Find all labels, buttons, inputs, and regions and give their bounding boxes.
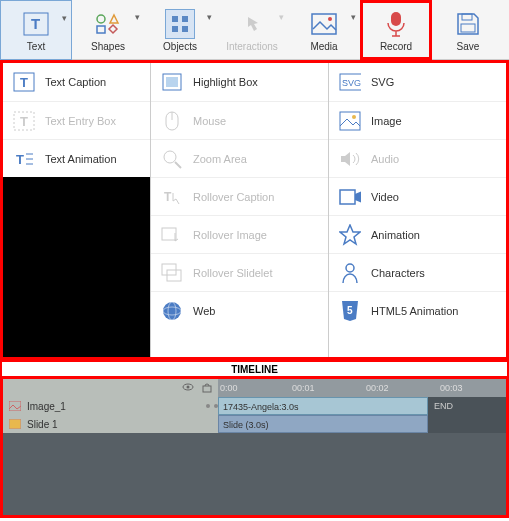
menu-svg-label: SVG <box>371 76 394 88</box>
menu-col-text: T Text Caption T Text Entry Box T Text A… <box>3 63 151 357</box>
save-icon <box>453 9 483 39</box>
toolbar-shapes[interactable]: ▾ Shapes <box>72 0 144 60</box>
svg-marker-39 <box>355 191 361 203</box>
timeline-header: 0:00 00:01 00:02 00:03 <box>3 379 506 397</box>
menu-video[interactable]: Video <box>329 177 506 215</box>
svg-rect-27 <box>162 228 176 240</box>
toolbar-media[interactable]: ▾ Media <box>288 0 360 60</box>
svg-text:T: T <box>20 75 28 90</box>
end-label: END <box>430 397 453 415</box>
web-icon <box>161 300 183 322</box>
menu-text-animation-label: Text Animation <box>45 153 117 165</box>
menu-web[interactable]: Web <box>151 291 328 329</box>
svg-rect-35 <box>340 112 360 130</box>
clip-image[interactable]: 17435-Angela:3.0s <box>218 397 428 415</box>
menu-text-entry[interactable]: T Text Entry Box <box>3 101 150 139</box>
menu-image-label: Image <box>371 115 402 127</box>
svg-text:T: T <box>20 114 28 129</box>
menu-area: T Text Caption T Text Entry Box T Text A… <box>0 60 509 360</box>
toolbar-record[interactable]: Record <box>360 0 432 60</box>
timeline-body <box>3 433 506 515</box>
objects-icon <box>165 9 195 39</box>
menu-mouse-label: Mouse <box>193 115 226 127</box>
svg-rect-48 <box>9 419 21 429</box>
svg-marker-5 <box>109 25 117 33</box>
menu-video-label: Video <box>371 191 399 203</box>
svg-rect-47 <box>9 401 21 411</box>
menu-characters[interactable]: Characters <box>329 253 506 291</box>
black-area <box>3 177 150 357</box>
svg-text:5: 5 <box>347 305 353 316</box>
svg-rect-14 <box>461 24 475 32</box>
menu-rollover-caption-label: Rollover Caption <box>193 191 274 203</box>
interactions-icon <box>237 9 267 39</box>
menu-col-objects: Highlight Box Mouse Zoom Area T Rollover… <box>151 63 329 357</box>
toolbar: T ▾ Text ▾ Shapes ▾ Objects ▾ <box>0 0 509 60</box>
menu-svg[interactable]: SVG SVG <box>329 63 506 101</box>
svg-rect-12 <box>391 12 401 26</box>
svg-rect-4 <box>97 26 105 33</box>
svg-rect-8 <box>172 26 178 32</box>
toolbar-interactions-label: Interactions <box>226 41 278 52</box>
mouse-icon <box>161 110 183 132</box>
menu-image[interactable]: Image <box>329 101 506 139</box>
toolbar-objects[interactable]: ▾ Objects <box>144 0 216 60</box>
menu-html5[interactable]: 5 HTML5 Animation <box>329 291 506 329</box>
timeline-row-image[interactable]: Image_1 17435-Angela:3.0s END <box>3 397 506 415</box>
video-icon <box>339 186 361 208</box>
text-animation-icon: T <box>13 148 35 170</box>
menu-zoom-area-label: Zoom Area <box>193 153 247 165</box>
record-icon <box>381 9 411 39</box>
svg-point-11 <box>328 17 332 21</box>
text-icon: T <box>21 9 51 39</box>
toolbar-text[interactable]: T ▾ Text <box>0 0 72 60</box>
timeline-lock-icon[interactable] <box>202 381 212 395</box>
toolbar-save[interactable]: Save <box>432 0 504 60</box>
image-icon <box>339 110 361 132</box>
text-entry-icon: T <box>13 110 35 132</box>
row-image-icon <box>9 401 21 411</box>
toolbar-text-label: Text <box>27 41 45 52</box>
menu-audio[interactable]: Audio <box>329 139 506 177</box>
timeline-label: TIMELINE <box>0 360 509 376</box>
clip-slide[interactable]: Slide (3.0s) <box>218 415 428 433</box>
rollover-caption-icon: T <box>161 186 183 208</box>
menu-mouse[interactable]: Mouse <box>151 101 328 139</box>
toolbar-save-label: Save <box>457 41 480 52</box>
toolbar-interactions[interactable]: ▾ Interactions <box>216 0 288 60</box>
menu-rollover-slidelet[interactable]: Rollover Slidelet <box>151 253 328 291</box>
menu-text-caption-label: Text Caption <box>45 76 106 88</box>
svg-rect-21 <box>166 77 178 87</box>
row-image-name: Image_1 <box>27 401 66 412</box>
menu-text-caption[interactable]: T Text Caption <box>3 63 150 101</box>
svg-rect-46 <box>203 386 211 392</box>
menu-text-animation[interactable]: T Text Animation <box>3 139 150 177</box>
svg-rect-13 <box>462 14 472 20</box>
menu-zoom-area[interactable]: Zoom Area <box>151 139 328 177</box>
svg-point-24 <box>164 151 176 163</box>
menu-animation-label: Animation <box>371 229 420 241</box>
html5-icon: 5 <box>339 300 361 322</box>
menu-rollover-image[interactable]: Rollover Image <box>151 215 328 253</box>
menu-audio-label: Audio <box>371 153 399 165</box>
menu-rollover-caption[interactable]: T Rollover Caption <box>151 177 328 215</box>
svg-rect-6 <box>172 16 178 22</box>
menu-highlight-box[interactable]: Highlight Box <box>151 63 328 101</box>
menu-html5-label: HTML5 Animation <box>371 305 458 317</box>
menu-animation[interactable]: Animation <box>329 215 506 253</box>
media-icon <box>309 9 339 39</box>
timeline-ruler[interactable]: 0:00 00:01 00:02 00:03 <box>218 379 506 397</box>
rollover-image-icon <box>161 224 183 246</box>
svg-rect-7 <box>182 16 188 22</box>
row-slide-icon <box>9 419 21 429</box>
timeline-eye-icon[interactable] <box>182 382 194 394</box>
toolbar-shapes-label: Shapes <box>91 41 125 52</box>
menu-characters-label: Characters <box>371 267 425 279</box>
svg-point-41 <box>346 264 354 272</box>
rollover-slidelet-icon <box>161 262 183 284</box>
svg-point-30 <box>163 302 181 320</box>
svg-text:SVG: SVG <box>342 78 361 88</box>
svg-marker-40 <box>340 225 360 244</box>
timeline-row-slide[interactable]: Slide 1 Slide (3.0s) <box>3 415 506 433</box>
text-caption-icon: T <box>13 71 35 93</box>
